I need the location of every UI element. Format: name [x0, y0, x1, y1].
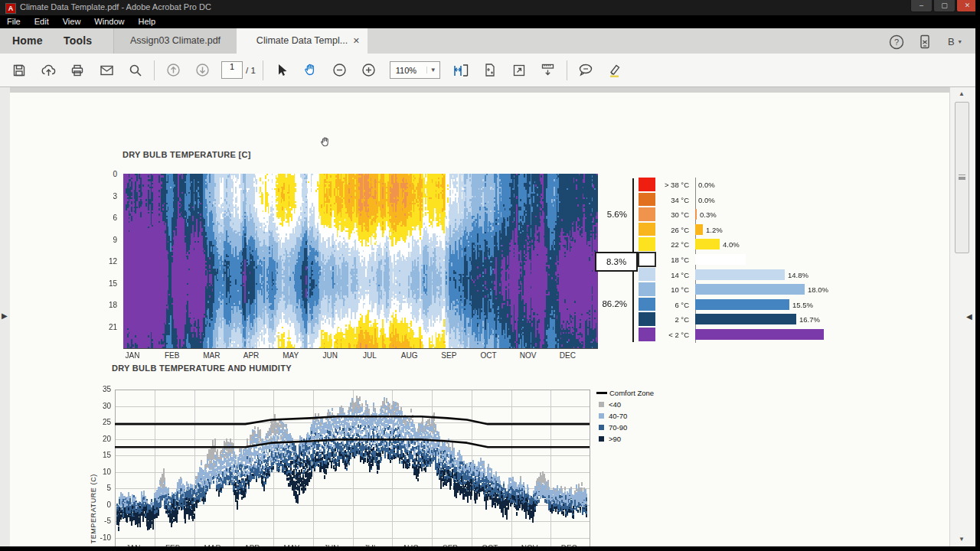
save-button[interactable] — [5, 57, 34, 83]
legend-bin-label: 26 °C — [655, 226, 689, 234]
heatmap-month-label: DEC — [556, 351, 579, 360]
zoom-in-icon — [361, 62, 377, 78]
heatmap-month-label: APR — [240, 351, 263, 360]
legend-label: >90 — [609, 435, 621, 443]
window-maximize-button[interactable]: ▢ — [933, 0, 956, 12]
neutral-group-total: 8.3% — [595, 252, 638, 272]
legend-label: 70-90 — [609, 423, 627, 432]
scroll-down-arrow[interactable]: ▼ — [955, 536, 969, 543]
legend-label: 40-70 — [609, 412, 627, 420]
nav-tools[interactable]: Tools — [64, 34, 92, 47]
scatter-y-tick: 35 — [93, 385, 111, 393]
scatter-y-tick: 0 — [93, 500, 111, 509]
share-button[interactable] — [34, 57, 63, 83]
heatmap-y-tick: 15 — [99, 279, 117, 288]
legend-bar — [695, 329, 824, 340]
zoom-in-button[interactable] — [354, 57, 384, 83]
legend-swatch — [639, 282, 655, 296]
legend-swatch — [639, 207, 655, 221]
help-button[interactable]: ? — [888, 34, 905, 51]
toolbar-separator — [567, 60, 567, 80]
menu-help[interactable]: Help — [131, 15, 162, 26]
page-number-input[interactable]: 1 — [221, 61, 243, 79]
document-viewport: DRY BULB TEMPERATURE [C] 036912151821 JA… — [10, 87, 949, 546]
legend-swatch — [639, 298, 655, 311]
legend-bin-label: > 38 °C — [655, 181, 689, 189]
select-tool-button[interactable] — [267, 57, 296, 83]
resize-export-button[interactable] — [505, 57, 534, 83]
hand-tool-icon — [302, 62, 318, 78]
user-account-button[interactable]: B ▼ — [948, 36, 962, 53]
legend-bar — [695, 299, 789, 310]
scatter-y-tick: 20 — [93, 435, 111, 443]
legend-bar — [695, 314, 796, 324]
legend-bar-value: 14.8% — [788, 271, 808, 279]
legend-bar — [695, 269, 785, 280]
heatmap-plot — [123, 174, 598, 349]
page-enhance-button[interactable] — [475, 57, 505, 83]
next-page-button[interactable] — [188, 57, 217, 83]
heatmap-month-label: NOV — [517, 351, 540, 360]
scatter-y-tick: 15 — [93, 451, 111, 459]
fit-width-button[interactable] — [446, 57, 475, 83]
legend-bar-value: 4.0% — [723, 240, 740, 249]
previous-page-button[interactable] — [158, 57, 188, 83]
search-button[interactable] — [121, 57, 150, 83]
email-button[interactable] — [92, 57, 121, 83]
toolbar: 1 / 1 110% ▼ — [0, 54, 975, 87]
comment-bubble-icon — [577, 62, 594, 78]
printer-icon — [70, 63, 85, 78]
pdf-page[interactable]: DRY BULB TEMPERATURE [C] 036912151821 JA… — [10, 93, 949, 546]
zoom-out-icon — [332, 62, 348, 78]
menu-file[interactable]: File — [0, 15, 28, 26]
tab-close-icon[interactable]: ✕ — [353, 28, 360, 54]
legend-bar-value: 16.7% — [799, 315, 820, 324]
legend-label: <40 — [609, 400, 621, 409]
legend-item-humidity: >90 — [596, 433, 654, 445]
page-count-label: / 1 — [246, 66, 256, 75]
legend-swatch — [639, 312, 655, 326]
comment-button[interactable] — [571, 57, 600, 83]
hand-tool-button[interactable] — [296, 57, 325, 83]
zoom-level-value: 110% — [390, 66, 426, 75]
legend-bin-label: 10 °C — [655, 285, 689, 294]
scrollbar-thumb[interactable] — [955, 102, 969, 253]
highlight-button[interactable] — [600, 57, 629, 83]
menu-window[interactable]: Window — [87, 15, 131, 26]
svg-text:?: ? — [894, 37, 899, 47]
measure-download-button[interactable] — [534, 57, 563, 83]
nav-home[interactable]: Home — [12, 34, 43, 47]
menu-view[interactable]: View — [56, 15, 88, 26]
legend-swatch — [639, 178, 655, 191]
doc-tab-label: Climate Data Templ... — [256, 35, 348, 46]
legend-bar — [695, 284, 805, 295]
dry-bulb-heatmap-canvas — [123, 174, 598, 348]
zoom-level-select[interactable]: 110% ▼ — [390, 61, 440, 79]
page-sparkle-icon — [482, 62, 498, 78]
heatmap-month-label: JUL — [358, 351, 381, 360]
collapse-right-panel-icon[interactable]: ◀ — [966, 312, 972, 321]
legend-swatch — [639, 237, 655, 251]
hand-cursor-icon — [318, 135, 332, 152]
legend-bin-label: 14 °C — [655, 271, 689, 279]
legend-label: Comfort Zone — [609, 389, 654, 397]
scatter-plot — [115, 390, 590, 549]
print-button[interactable] — [63, 57, 92, 83]
page-down-icon — [194, 62, 211, 78]
legend-swatch — [599, 413, 604, 419]
menu-edit[interactable]: Edit — [28, 15, 56, 26]
scroll-up-arrow[interactable]: ▲ — [955, 90, 969, 97]
mobile-app-button[interactable] — [916, 34, 933, 51]
expand-left-panel-icon[interactable]: ▶ — [2, 311, 8, 320]
doc-tab-assign03[interactable]: Assign03 Climate.pdf — [113, 28, 237, 54]
resize-icon — [511, 63, 527, 78]
legend-bar-value: 0.0% — [698, 196, 715, 204]
scatter-y-tick: 5 — [93, 484, 111, 492]
zoom-out-button[interactable] — [325, 57, 354, 83]
help-icon: ? — [888, 34, 905, 51]
warm-group-total: 5.6% — [592, 210, 627, 219]
legend-bin-label: 34 °C — [655, 196, 689, 204]
window-minimize-button[interactable]: – — [910, 0, 933, 12]
doc-tab-climate-template[interactable]: Climate Data Templ... ✕ — [237, 28, 368, 54]
heatmap-month-label: JUN — [318, 351, 341, 360]
